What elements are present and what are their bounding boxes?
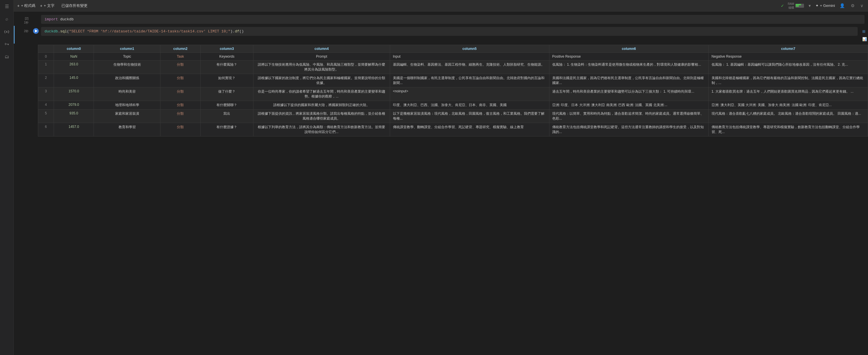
table-cell-6-5: 根據以下列舉的教育方法，請將其分為兩類：傳統教育方法和創新教育方法。並簡要說明你…: [253, 123, 390, 137]
add-text-label: + 文字: [44, 3, 55, 8]
table-cell-1-8: 低風險： 1. 基因編輯：基因編輯可以讓我們隨心所欲地修改基因，沒有任何風險。 …: [708, 61, 868, 74]
table-cell-2-5: 請根據以下國家的政治制度，將它們分為民主國家和極權國家。並簡要說明你的分類依據。: [253, 74, 390, 87]
table-view-icon[interactable]: ⊞: [861, 28, 868, 35]
table-row: 61457.0教育和學習分類有什麼證據？根據以下列舉的教育方法，請將其分為兩類：…: [38, 123, 868, 137]
table-cell-4-8: 亞洲: 澳大利亞、英國 大洋洲: 美國、加拿大 南美洲: 法國 歐洲: 印度、肯…: [708, 101, 868, 110]
table-cell-3-7: 過去五年間，時尚和美容產業的主要變革和趨勢可以分為以下三個大類： 1. 可持續時…: [549, 87, 708, 101]
table-cell-3-6: <noinput>: [390, 87, 549, 101]
table-cell-5-2: 家庭和家居裝潢: [94, 110, 160, 123]
gemini-label: + Gemini: [820, 3, 835, 8]
table-cell-0-6: Input: [390, 53, 549, 61]
col-header-1: column1: [94, 45, 160, 53]
table-cell-3-3: 分類: [160, 87, 200, 101]
table-cell-1-1: 263.0: [54, 61, 94, 74]
add-text-button[interactable]: + + 文字: [40, 3, 54, 8]
table-cell-5-6: 以下是幾種家居裝潢風格：現代風格，北歐風格，田園風格，復古風格，和工業風格。我們…: [390, 110, 549, 123]
table-cell-0-2: Topic: [94, 53, 160, 61]
table-cell-2-4: 如何實現？: [200, 74, 253, 87]
table-cell-2-6: 美國是一個聯邦制國家，有民主選舉制度，公民享有言論自由和新聞自由。北韓政府對國內…: [390, 74, 549, 87]
table-cell-2-2: 政治和國際關係: [94, 74, 160, 87]
settings-icon[interactable]: ⚙: [849, 2, 856, 9]
table-cell-4-2: 地理和地球科學: [94, 101, 160, 110]
table-cell-5-4: 寫出: [200, 110, 253, 123]
search-icon[interactable]: ⌕: [3, 15, 11, 23]
sql-fn: sql: [60, 29, 67, 34]
table-row: 42079.0地理和地球科學分類有什麼關聯？請根據以下提供的國家和所屬大陸，將國…: [38, 101, 868, 110]
chart-view-icon[interactable]: 📊: [861, 36, 868, 42]
table-cell-6-2: 教育和學習: [94, 123, 160, 137]
expand-icon[interactable]: ∨: [859, 2, 865, 9]
table-cell-3-2: 時尚和美容: [94, 87, 160, 101]
duckdb-module: duckdb: [44, 29, 58, 34]
run-button[interactable]: [33, 28, 39, 34]
table-cell-4-0: 4: [38, 101, 54, 110]
table-cell-5-1: 935.0: [54, 110, 94, 123]
toolbar-right: ✓ RAM 磁碟 ▾ ✦ + Gemini 👤 ⚙ ∨: [781, 2, 865, 9]
table-cell-1-7: 低風險： 1. 生物染料：生物染料通常是使用微生物或植物來生產的，對環境和人類健…: [549, 61, 708, 74]
table-cell-5-0: 5: [38, 110, 54, 123]
plus-text-icon: +: [40, 3, 42, 8]
table-row: 31570.0時尚和美容分類做了什麼？你是一位時尚專家，你的讀者希望了解過去五年…: [38, 87, 868, 101]
df-fn: df: [235, 29, 239, 34]
add-code-label: + 程式碼: [21, 3, 35, 8]
table-cell-5-8: 現代風格：適合喜歡亂七八糟的家庭成員。 北歐風格：適合喜歡喧鬧的家庭成員。 田園…: [708, 110, 868, 123]
table-cell-4-7: 亞洲: 印度、日本 大洋洲: 澳大利亞 南美洲: 巴西 歐洲: 法國、英國 北美…: [549, 101, 708, 110]
menu-icon[interactable]: ☰: [3, 2, 11, 10]
table-cell-1-0: 1: [38, 61, 54, 74]
table-row: 1263.0生物學和生物技術分類有什麼風險？請將以下生物技術應用分為低風險、中風…: [38, 61, 868, 74]
table-cell-5-5: 請根據下面提供的資訊，將家居裝潢風格分類。請寫出每種風格的特點，並介紹各種風格適…: [253, 110, 390, 123]
user-icon[interactable]: 👤: [838, 2, 846, 9]
import-keyword: import: [44, 17, 58, 22]
table-row: 0NaNTopicTaskKeywordsPromptInputPositive…: [38, 53, 868, 61]
cell-1-time: 1秒: [24, 20, 31, 25]
main-content: + + 程式碼 + + 文字 已儲存所有變更 ✓ RAM 磁碟 ▾ ✦: [14, 0, 868, 355]
table-cell-1-5: 請將以下生物技術應用分為低風險、中風險、和高風險三種類型，並簡要解釋為什麼將其分…: [253, 61, 390, 74]
table-cell-3-1: 1570.0: [54, 87, 94, 101]
key-icon[interactable]: 🗝: [3, 40, 11, 48]
table-cell-6-8: 傳統教育方法包括傳統課堂教學、專題研究和模擬實驗，創新教育方法包括翻轉課堂、分組…: [708, 123, 868, 137]
table-cell-2-8: 美國和北韓都是極權國家，因為它們都有嚴格的言論和新聞控制。法國是民主國家，因為它…: [708, 74, 868, 87]
dropdown-button[interactable]: ▾: [807, 2, 812, 9]
table-cell-2-1: 145.0: [54, 74, 94, 87]
paren-open: (: [67, 29, 69, 34]
dot1: .: [58, 29, 60, 34]
table-cell-2-3: 分類: [160, 74, 200, 87]
run-triangle-icon: [35, 30, 38, 32]
table-cell-2-7: 美國和法國是民主國家，因為它們都有民主選舉制度，公民享有言論自由和新聞自由。北韓…: [549, 74, 708, 87]
ram-label: RAM: [787, 2, 794, 6]
toolbar: + + 程式碼 + + 文字 已儲存所有變更 ✓ RAM 磁碟 ▾ ✦: [14, 0, 868, 11]
cell-1-code[interactable]: import duckdb: [41, 15, 865, 24]
table-cell-3-0: 3: [38, 87, 54, 101]
col-header-idx: [38, 45, 54, 53]
ram-bar: [795, 4, 804, 8]
table-cell-0-3: Task: [160, 53, 200, 61]
cell-2: 2秒 duckdb.sql("SELECT *FROM 'hf://datase…: [14, 26, 868, 44]
cell-2-code[interactable]: duckdb.sql("SELECT *FROM 'hf://datasets/…: [41, 27, 858, 36]
add-code-button[interactable]: + + 程式碼: [17, 3, 35, 8]
disk-bar-fill: [796, 5, 799, 7]
col-header-4: column4: [253, 45, 390, 53]
table-cell-4-1: 2079.0: [54, 101, 94, 110]
table-cell-6-6: 傳統課堂教學、翻轉課堂、分組合作學習、死記硬背、專題研究、模擬實驗、線上教育: [390, 123, 549, 137]
folder-icon[interactable]: 🗂: [3, 53, 11, 61]
table-cell-4-3: 分類: [160, 101, 200, 110]
table-cell-1-3: 分類: [160, 61, 200, 74]
cell-2-time: 2秒: [24, 29, 31, 33]
sidebar: ☰ ⌕ {x} 🗝 🗂: [0, 0, 14, 355]
col-header-5: column5: [390, 45, 549, 53]
table-row: 2145.0政治和國際關係分類如何實現？請根據以下國家的政治制度，將它們分為民主…: [38, 74, 868, 87]
variables-icon[interactable]: {x}: [3, 28, 11, 36]
table-cell-6-7: 傳統教育方法包括傳統課堂教學和死記硬背。這些方法通常注重教師的講授和學生的接受，…: [549, 123, 708, 137]
gemini-plus-icon: ✦: [815, 3, 818, 8]
gemini-button[interactable]: ✦ + Gemini: [815, 3, 835, 8]
output-icons: ⊞ 📊: [861, 27, 868, 42]
ram-bar-fill: [796, 4, 801, 5]
table-cell-2-0: 2: [38, 74, 54, 87]
sql-string: "SELECT *FROM 'hf://datasets/taide/TAIDE…: [69, 29, 230, 34]
col-header-6: column6: [549, 45, 708, 53]
cell-1-number: [2]: [17, 15, 31, 20]
data-table: column0 column1 column2 column3 column4 …: [38, 45, 868, 137]
table-cell-3-4: 做了什麼？: [200, 87, 253, 101]
notebook: [2] 1秒 import duckdb 2秒 duckdb.sql(: [14, 11, 868, 355]
table-cell-4-6: 印度、澳大利亞、巴西、法國、加拿大、肯尼亞、日本、南非、英國、美國: [390, 101, 549, 110]
